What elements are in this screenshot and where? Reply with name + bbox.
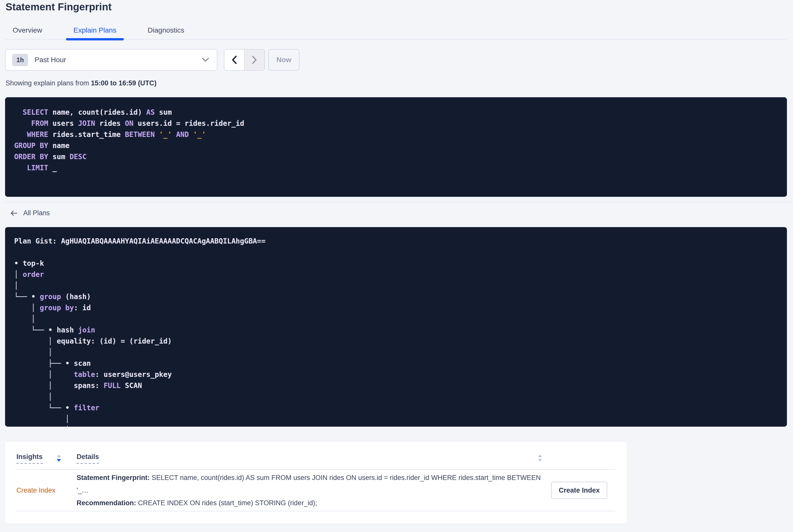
time-range-select[interactable]: 1h Past Hour [5, 49, 217, 71]
next-time-button[interactable] [244, 50, 264, 70]
caret-down-icon [57, 459, 61, 462]
header-details-label-wrap: Details [77, 453, 99, 464]
time-nav-group [224, 49, 265, 71]
tab-bar: Overview Explain Plans Diagnostics [5, 21, 787, 40]
all-plans-label: All Plans [23, 209, 50, 217]
time-range-badge: 1h [12, 54, 28, 66]
time-controls: 1h Past Hour Now [5, 49, 787, 71]
code-line: │ [14, 280, 778, 291]
code-line: LIMIT _ [14, 163, 778, 173]
chevron-left-icon [231, 55, 238, 65]
prev-time-button[interactable] [224, 50, 244, 70]
code-line: Plan Gist: AgHUAQIABQAAAAHYAQIAiAEAAAADC… [14, 236, 778, 247]
statement-fingerprint-page: Statement Fingerprint Overview Explain P… [0, 0, 793, 532]
code-line: └── • hash join [14, 325, 778, 336]
code-line: │ group by: id [14, 302, 778, 314]
code-line: │ table: users@users_pkey [14, 369, 778, 380]
tab-diagnostics-label: Diagnostics [148, 26, 184, 34]
now-button[interactable]: Now [268, 49, 300, 71]
insight-cell: Create Index [16, 487, 77, 494]
chevron-right-icon [251, 55, 258, 65]
tab-overview-label: Overview [13, 26, 42, 34]
create-index-button[interactable]: Create Index [551, 482, 607, 499]
header-details[interactable]: Details [77, 453, 542, 464]
tab-overview[interactable]: Overview [5, 21, 50, 39]
caret-down-icon [538, 459, 542, 462]
sort-insights-icon[interactable] [57, 454, 61, 462]
code-line: │ [14, 391, 778, 402]
code-line: FROM users JOIN rides ON users.id = ride… [14, 118, 778, 129]
showing-range-value: 15:00 to 16:59 (UTC) [91, 79, 157, 87]
arrow-left-icon [10, 210, 18, 217]
tab-diagnostics[interactable]: Diagnostics [140, 21, 192, 39]
code-line [14, 247, 778, 258]
code-line: ├── • scan [14, 358, 778, 369]
tab-explain-plans-label: Explain Plans [74, 26, 116, 34]
header-insights-label-wrap: Insights [16, 453, 43, 464]
table-row-divider [16, 511, 615, 511]
insights-table-header: Insights Details [16, 453, 615, 464]
code-line: └── • filter [14, 402, 778, 414]
code-line: GROUP BY name [14, 140, 778, 151]
recommendation-line: Recommendation: CREATE INDEX ON rides (s… [77, 497, 542, 509]
action-cell: Create Index [542, 482, 615, 499]
code-line: │ [14, 314, 778, 325]
showing-range-text: Showing explain plans from 15:00 to 16:5… [5, 79, 793, 87]
code-line: │ [14, 347, 778, 358]
details-cell: Statement Fingerprint: SELECT name, coun… [77, 471, 542, 509]
section-divider [5, 202, 793, 202]
code-line: WHERE rides.start_time BETWEEN '_' AND '… [14, 129, 778, 140]
header-details-label: Details [77, 453, 99, 461]
caret-up-icon [57, 454, 61, 457]
code-line: SELECT name, count(rides.id) AS sum [14, 107, 778, 118]
code-line: │ spans: FULL SCAN [14, 380, 778, 391]
code-line: │ equality: (id) = (rider_id) [14, 336, 778, 347]
create-index-link[interactable]: Create Index [16, 487, 56, 494]
table-row: Create Index Statement Fingerprint: SELE… [16, 470, 615, 511]
code-line: ORDER BY sum DESC [14, 151, 778, 163]
chevron-down-icon [202, 57, 209, 62]
header-insights-label: Insights [16, 453, 43, 461]
sort-details-icon[interactable] [538, 454, 542, 462]
header-insights-dashes [16, 463, 43, 464]
caret-up-icon [538, 454, 542, 457]
time-range-label: Past Hour [35, 56, 66, 64]
code-line: • top-k [14, 258, 778, 269]
code-line: │ [14, 425, 778, 427]
page-title: Statement Fingerprint [5, 1, 787, 13]
plan-code-block: Plan Gist: AgHUAQIABQAAAAHYAQIAiAEAAAADC… [5, 227, 787, 427]
code-line: └── • group (hash) [14, 291, 778, 302]
code-line: │ [14, 414, 778, 425]
insights-table: Insights Details [5, 442, 627, 524]
sql-code-block: SELECT name, count(rides.id) AS sum FROM… [5, 97, 787, 197]
header-details-dashes [77, 463, 99, 464]
fingerprint-line: Statement Fingerprint: SELECT name, coun… [77, 471, 542, 497]
all-plans-link[interactable]: All Plans [10, 209, 50, 217]
tab-explain-plans[interactable]: Explain Plans [66, 21, 124, 39]
header-insights[interactable]: Insights [16, 453, 77, 464]
code-line: │ order [14, 269, 778, 280]
